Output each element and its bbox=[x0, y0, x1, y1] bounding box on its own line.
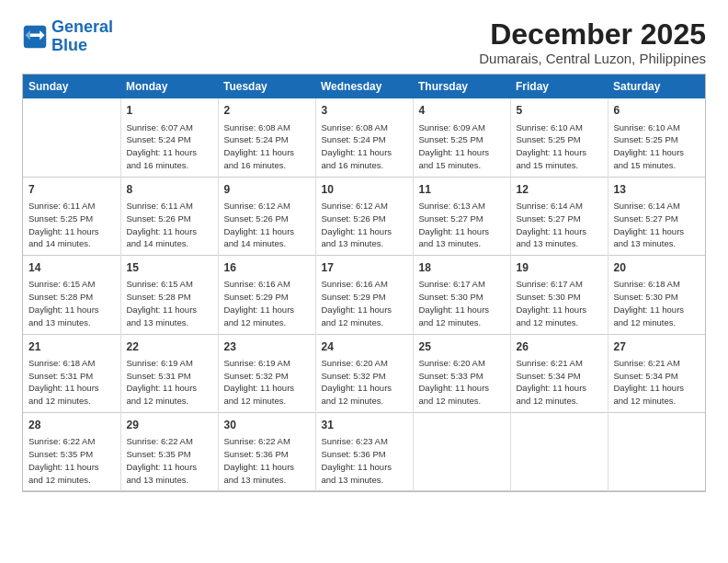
day-info: Sunrise: 6:12 AMSunset: 5:26 PMDaylight:… bbox=[224, 200, 310, 250]
day-info: Sunrise: 6:08 AMSunset: 5:24 PMDaylight:… bbox=[224, 121, 310, 172]
day-info: Sunrise: 6:15 AMSunset: 5:28 PMDaylight:… bbox=[127, 278, 212, 328]
calendar-week-5: 28Sunrise: 6:22 AMSunset: 5:35 PMDayligh… bbox=[23, 413, 705, 491]
calendar-cell: 13Sunrise: 6:14 AMSunset: 5:27 PMDayligh… bbox=[608, 177, 705, 255]
calendar-cell: 23Sunrise: 6:19 AMSunset: 5:32 PMDayligh… bbox=[218, 334, 315, 412]
calendar-cell: 17Sunrise: 6:16 AMSunset: 5:29 PMDayligh… bbox=[315, 256, 413, 334]
logo-text: General Blue bbox=[51, 18, 113, 55]
day-info: Sunrise: 6:22 AMSunset: 5:35 PMDaylight:… bbox=[127, 435, 212, 486]
month-title: December 2025 bbox=[479, 18, 706, 51]
day-number: 31 bbox=[322, 418, 407, 433]
day-info: Sunrise: 6:18 AMSunset: 5:30 PMDaylight:… bbox=[614, 278, 700, 328]
day-number: 4 bbox=[419, 103, 505, 119]
day-number: 16 bbox=[224, 260, 310, 276]
calendar-week-1: 1Sunrise: 6:07 AMSunset: 5:24 PMDaylight… bbox=[23, 98, 705, 177]
col-thursday: Thursday bbox=[413, 75, 510, 98]
location: Dumarais, Central Luzon, Philippines bbox=[479, 51, 706, 66]
calendar-cell: 14Sunrise: 6:15 AMSunset: 5:28 PMDayligh… bbox=[23, 256, 120, 334]
day-number: 25 bbox=[419, 339, 505, 355]
day-number: 6 bbox=[614, 103, 700, 119]
day-number: 13 bbox=[614, 182, 700, 198]
day-info: Sunrise: 6:19 AMSunset: 5:31 PMDaylight:… bbox=[127, 357, 212, 408]
logo-icon bbox=[22, 24, 48, 50]
day-number: 20 bbox=[614, 260, 700, 276]
day-number: 5 bbox=[517, 103, 602, 119]
calendar-cell: 26Sunrise: 6:21 AMSunset: 5:34 PMDayligh… bbox=[510, 334, 608, 412]
day-number: 7 bbox=[28, 182, 115, 198]
day-info: Sunrise: 6:16 AMSunset: 5:29 PMDaylight:… bbox=[322, 278, 407, 328]
day-number: 15 bbox=[127, 260, 212, 276]
day-info: Sunrise: 6:15 AMSunset: 5:28 PMDaylight:… bbox=[28, 278, 115, 328]
day-info: Sunrise: 6:22 AMSunset: 5:36 PMDaylight:… bbox=[224, 435, 310, 486]
day-number: 14 bbox=[28, 260, 115, 276]
col-saturday: Saturday bbox=[608, 75, 705, 98]
day-number: 18 bbox=[419, 260, 505, 276]
day-info: Sunrise: 6:14 AMSunset: 5:27 PMDaylight:… bbox=[614, 200, 700, 250]
day-number: 22 bbox=[127, 339, 212, 355]
calendar-cell: 8Sunrise: 6:11 AMSunset: 5:26 PMDaylight… bbox=[120, 177, 218, 255]
calendar-cell: 28Sunrise: 6:22 AMSunset: 5:35 PMDayligh… bbox=[23, 413, 120, 491]
day-info: Sunrise: 6:07 AMSunset: 5:24 PMDaylight:… bbox=[127, 121, 212, 172]
calendar-cell: 16Sunrise: 6:16 AMSunset: 5:29 PMDayligh… bbox=[218, 256, 315, 334]
calendar-cell: 19Sunrise: 6:17 AMSunset: 5:30 PMDayligh… bbox=[510, 256, 608, 334]
day-info: Sunrise: 6:23 AMSunset: 5:36 PMDaylight:… bbox=[322, 435, 407, 486]
page: General Blue December 2025 Dumarais, Cen… bbox=[0, 0, 728, 507]
col-wednesday: Wednesday bbox=[315, 75, 413, 98]
calendar-cell: 12Sunrise: 6:14 AMSunset: 5:27 PMDayligh… bbox=[510, 177, 608, 255]
day-number: 8 bbox=[127, 182, 212, 198]
calendar-cell: 30Sunrise: 6:22 AMSunset: 5:36 PMDayligh… bbox=[218, 413, 315, 491]
header: General Blue December 2025 Dumarais, Cen… bbox=[22, 18, 706, 66]
day-info: Sunrise: 6:14 AMSunset: 5:27 PMDaylight:… bbox=[517, 200, 602, 250]
calendar-cell: 2Sunrise: 6:08 AMSunset: 5:24 PMDaylight… bbox=[218, 98, 315, 177]
calendar-cell bbox=[413, 413, 510, 491]
header-row: Sunday Monday Tuesday Wednesday Thursday… bbox=[23, 75, 705, 98]
day-info: Sunrise: 6:17 AMSunset: 5:30 PMDaylight:… bbox=[517, 278, 602, 328]
calendar-cell: 6Sunrise: 6:10 AMSunset: 5:25 PMDaylight… bbox=[608, 98, 705, 177]
calendar-cell: 25Sunrise: 6:20 AMSunset: 5:33 PMDayligh… bbox=[413, 334, 510, 412]
day-number: 3 bbox=[322, 103, 407, 119]
calendar-cell: 18Sunrise: 6:17 AMSunset: 5:30 PMDayligh… bbox=[413, 256, 510, 334]
day-number: 10 bbox=[322, 182, 407, 198]
title-block: December 2025 Dumarais, Central Luzon, P… bbox=[479, 18, 706, 66]
calendar-cell: 1Sunrise: 6:07 AMSunset: 5:24 PMDaylight… bbox=[120, 98, 218, 177]
calendar-table: Sunday Monday Tuesday Wednesday Thursday… bbox=[23, 75, 705, 491]
day-number: 29 bbox=[127, 418, 212, 433]
day-info: Sunrise: 6:08 AMSunset: 5:24 PMDaylight:… bbox=[322, 121, 407, 172]
calendar-table-wrapper: Sunday Monday Tuesday Wednesday Thursday… bbox=[22, 74, 706, 492]
calendar-cell: 27Sunrise: 6:21 AMSunset: 5:34 PMDayligh… bbox=[608, 334, 705, 412]
day-number: 2 bbox=[224, 103, 310, 119]
day-info: Sunrise: 6:20 AMSunset: 5:32 PMDaylight:… bbox=[322, 357, 407, 408]
day-info: Sunrise: 6:20 AMSunset: 5:33 PMDaylight:… bbox=[419, 357, 505, 408]
day-info: Sunrise: 6:19 AMSunset: 5:32 PMDaylight:… bbox=[224, 357, 310, 408]
calendar-cell: 29Sunrise: 6:22 AMSunset: 5:35 PMDayligh… bbox=[120, 413, 218, 491]
calendar-cell: 3Sunrise: 6:08 AMSunset: 5:24 PMDaylight… bbox=[315, 98, 413, 177]
calendar-week-3: 14Sunrise: 6:15 AMSunset: 5:28 PMDayligh… bbox=[23, 256, 705, 334]
day-info: Sunrise: 6:09 AMSunset: 5:25 PMDaylight:… bbox=[419, 121, 505, 172]
day-number: 9 bbox=[224, 182, 310, 198]
day-number: 1 bbox=[127, 103, 212, 119]
day-number: 12 bbox=[517, 182, 602, 198]
day-number: 24 bbox=[322, 339, 407, 355]
calendar-cell bbox=[510, 413, 608, 491]
calendar-cell: 20Sunrise: 6:18 AMSunset: 5:30 PMDayligh… bbox=[608, 256, 705, 334]
day-info: Sunrise: 6:21 AMSunset: 5:34 PMDaylight:… bbox=[614, 357, 700, 408]
logo: General Blue bbox=[22, 18, 113, 55]
day-info: Sunrise: 6:18 AMSunset: 5:31 PMDaylight:… bbox=[28, 357, 115, 408]
day-info: Sunrise: 6:12 AMSunset: 5:26 PMDaylight:… bbox=[322, 200, 407, 250]
day-number: 27 bbox=[614, 339, 700, 355]
calendar-cell: 11Sunrise: 6:13 AMSunset: 5:27 PMDayligh… bbox=[413, 177, 510, 255]
calendar-cell bbox=[23, 98, 120, 177]
col-tuesday: Tuesday bbox=[218, 75, 315, 98]
calendar-cell: 9Sunrise: 6:12 AMSunset: 5:26 PMDaylight… bbox=[218, 177, 315, 255]
col-monday: Monday bbox=[120, 75, 218, 98]
calendar-cell: 7Sunrise: 6:11 AMSunset: 5:25 PMDaylight… bbox=[23, 177, 120, 255]
calendar-cell: 21Sunrise: 6:18 AMSunset: 5:31 PMDayligh… bbox=[23, 334, 120, 412]
day-info: Sunrise: 6:22 AMSunset: 5:35 PMDaylight:… bbox=[28, 435, 115, 486]
day-number: 26 bbox=[517, 339, 602, 355]
calendar-week-2: 7Sunrise: 6:11 AMSunset: 5:25 PMDaylight… bbox=[23, 177, 705, 255]
day-number: 11 bbox=[419, 182, 505, 198]
calendar-cell: 10Sunrise: 6:12 AMSunset: 5:26 PMDayligh… bbox=[315, 177, 413, 255]
calendar-cell: 22Sunrise: 6:19 AMSunset: 5:31 PMDayligh… bbox=[120, 334, 218, 412]
calendar-cell: 31Sunrise: 6:23 AMSunset: 5:36 PMDayligh… bbox=[315, 413, 413, 491]
day-info: Sunrise: 6:10 AMSunset: 5:25 PMDaylight:… bbox=[517, 121, 602, 172]
day-number: 17 bbox=[322, 260, 407, 276]
